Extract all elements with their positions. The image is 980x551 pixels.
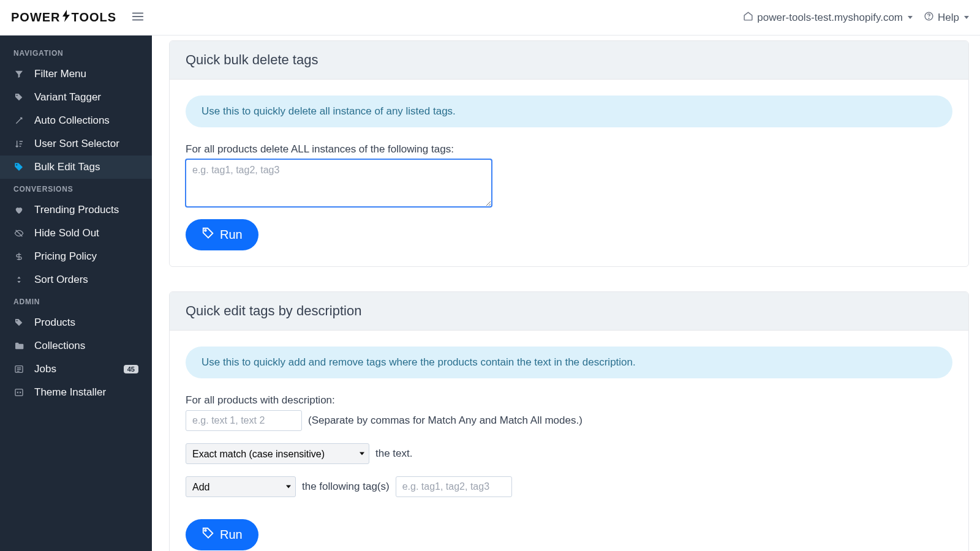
shop-domain-dropdown[interactable]: power-tools-test.myshopify.com xyxy=(743,11,913,24)
run-label: Run xyxy=(220,528,243,542)
sidebar-item-label: Jobs xyxy=(34,363,56,375)
sidebar-item-label: Filter Menu xyxy=(34,68,86,80)
sidebar-item-user-sort-selector[interactable]: User Sort Selector xyxy=(0,132,152,156)
tags-icon xyxy=(13,162,24,173)
tag-icon xyxy=(13,92,24,103)
dollar-icon xyxy=(13,251,24,262)
logo-text-right: TOOLS xyxy=(72,10,117,24)
shop-domain-text: power-tools-test.myshopify.com xyxy=(757,12,903,24)
sidebar-item-label: Trending Products xyxy=(34,204,119,216)
match-mode-select[interactable]: Exact match (case insensitive) xyxy=(186,443,369,464)
help-icon xyxy=(924,11,934,24)
sidebar-item-label: Bulk Edit Tags xyxy=(34,161,100,173)
sidebar-item-trending-products[interactable]: Trending Products xyxy=(0,198,152,222)
topbar: POWER TOOLS power-tools-test.myshopify.c… xyxy=(0,0,980,36)
sidebar: NAVIGATIONFilter MenuVariant TaggerAuto … xyxy=(0,36,152,551)
panel-title: Quick bulk delete tags xyxy=(170,41,968,80)
panel-title: Quick edit tags by description xyxy=(170,292,968,331)
sidebar-item-label: Auto Collections xyxy=(34,114,110,127)
topbar-right: power-tools-test.myshopify.com Help xyxy=(743,11,969,24)
sidebar-item-auto-collections[interactable]: Auto Collections xyxy=(0,109,152,132)
sidebar-item-products[interactable]: Products xyxy=(0,311,152,334)
action-suffix-text: the following tag(s) xyxy=(302,481,390,493)
sidebar-item-label: Hide Sold Out xyxy=(34,227,99,239)
field-label: For all products with description: xyxy=(186,394,952,407)
run-button[interactable]: Run xyxy=(186,519,258,550)
info-box: Use this to quickly add and remove tags … xyxy=(186,347,952,378)
svg-point-3 xyxy=(16,164,17,165)
heart-icon xyxy=(13,204,24,216)
sidebar-item-pricing-policy[interactable]: Pricing Policy xyxy=(0,245,152,268)
main-content: Quick bulk delete tags Use this to quick… xyxy=(152,36,980,551)
sidebar-item-hide-sold-out[interactable]: Hide Sold Out xyxy=(0,222,152,245)
caret-down-icon xyxy=(908,16,913,19)
svg-point-2 xyxy=(17,95,18,96)
updown-icon xyxy=(13,274,24,285)
sort-icon xyxy=(13,138,24,149)
caret-down-icon xyxy=(964,16,969,19)
menu-toggle-icon[interactable] xyxy=(131,10,145,26)
topbar-left: POWER TOOLS xyxy=(11,10,145,26)
svg-point-1 xyxy=(929,18,929,18)
tags-input[interactable] xyxy=(396,476,512,497)
sidebar-heading: CONVERSIONS xyxy=(0,179,152,198)
sidebar-heading: NAVIGATION xyxy=(0,43,152,62)
hint-text: (Separate by commas for Match Any and Ma… xyxy=(308,414,582,427)
home-icon xyxy=(743,11,753,24)
badge: 45 xyxy=(124,365,138,373)
sidebar-item-collections[interactable]: Collections xyxy=(0,334,152,358)
panel-bulk-delete-tags: Quick bulk delete tags Use this to quick… xyxy=(169,40,969,267)
sidebar-item-variant-tagger[interactable]: Variant Tagger xyxy=(0,86,152,109)
sidebar-item-label: Pricing Policy xyxy=(34,250,97,263)
sidebar-item-theme-installer[interactable]: Theme Installer xyxy=(0,381,152,404)
sidebar-item-label: User Sort Selector xyxy=(34,138,119,150)
svg-rect-6 xyxy=(15,389,23,396)
match-suffix-text: the text. xyxy=(375,448,412,460)
sidebar-item-sort-orders[interactable]: Sort Orders xyxy=(0,268,152,291)
bolt-icon xyxy=(61,10,71,25)
funnel-icon xyxy=(13,69,24,80)
run-label: Run xyxy=(220,228,243,242)
tag-icon xyxy=(13,317,24,328)
list-icon xyxy=(13,364,24,375)
run-button[interactable]: Run xyxy=(186,219,258,250)
eye-off-icon xyxy=(13,228,24,239)
help-text: Help xyxy=(938,12,959,24)
tag-icon xyxy=(202,527,215,543)
sidebar-item-label: Theme Installer xyxy=(34,386,106,399)
folder-icon xyxy=(13,340,24,351)
help-dropdown[interactable]: Help xyxy=(924,11,969,24)
sidebar-item-label: Products xyxy=(34,317,75,329)
sidebar-item-label: Collections xyxy=(34,340,85,352)
sidebar-item-bulk-edit-tags[interactable]: Bulk Edit Tags xyxy=(0,156,152,179)
sidebar-item-filter-menu[interactable]: Filter Menu xyxy=(0,62,152,86)
info-box: Use this to quickly delete all instance … xyxy=(186,96,952,127)
action-select[interactable]: Add xyxy=(186,476,296,497)
sidebar-item-label: Variant Tagger xyxy=(34,91,101,103)
delete-tags-textarea[interactable] xyxy=(186,159,492,207)
svg-point-7 xyxy=(205,230,206,231)
code-icon xyxy=(13,387,24,398)
sidebar-item-jobs[interactable]: Jobs45 xyxy=(0,358,152,381)
panel-edit-tags-by-description: Quick edit tags by description Use this … xyxy=(169,291,969,551)
logo-text-left: POWER xyxy=(11,10,61,24)
logo[interactable]: POWER TOOLS xyxy=(11,10,116,25)
svg-point-8 xyxy=(205,530,206,531)
wand-icon xyxy=(13,115,24,126)
svg-point-4 xyxy=(17,320,18,321)
sidebar-item-label: Sort Orders xyxy=(34,274,88,286)
field-label: For all products delete ALL instances of… xyxy=(186,143,952,156)
sidebar-heading: ADMIN xyxy=(0,291,152,311)
tag-icon xyxy=(202,227,215,243)
description-text-input[interactable] xyxy=(186,410,302,431)
